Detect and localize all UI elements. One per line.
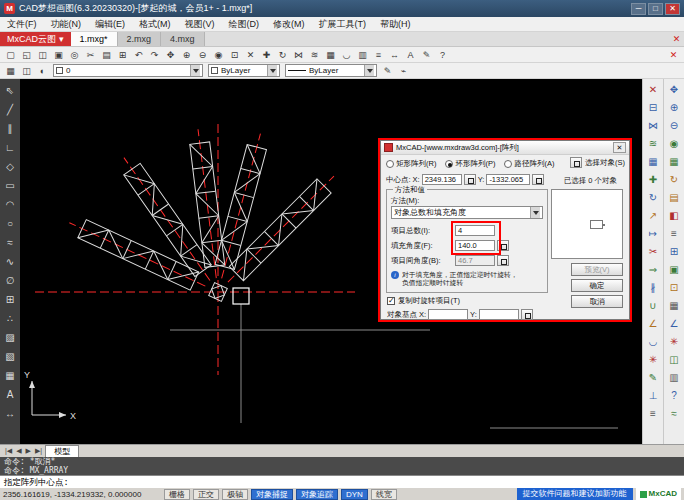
linetype-select[interactable]: ByLayer xyxy=(285,64,377,77)
angle-icon[interactable]: ∠ xyxy=(666,316,683,331)
pedit-icon[interactable]: ✎ xyxy=(645,370,662,385)
menu-modify[interactable]: 修改(M) xyxy=(266,17,312,31)
radio-path-array[interactable]: 路径阵列(A) xyxy=(504,159,554,169)
scale-icon[interactable]: ↗ xyxy=(645,208,662,223)
toggle-polar[interactable]: 极轴 xyxy=(222,489,248,500)
line-icon[interactable]: ╱ xyxy=(2,101,18,117)
prev-tab-icon[interactable]: ◀ xyxy=(14,445,23,457)
base-y-input[interactable] xyxy=(479,309,519,320)
pan-icon[interactable]: ✥ xyxy=(666,82,683,97)
select-objects-pick-icon[interactable] xyxy=(570,157,582,168)
mxcad-cloud-button[interactable]: MxCAD云图 ▾ xyxy=(0,32,71,46)
pick-center-y-icon[interactable] xyxy=(532,174,544,185)
zoom-in-icon[interactable]: ⊕ xyxy=(666,100,683,115)
xline-icon[interactable]: ∥ xyxy=(2,120,18,136)
doc-tab-2mxg[interactable]: 2.mxg xyxy=(118,32,162,46)
view-icon[interactable]: ▦ xyxy=(666,154,683,169)
help-icon[interactable]: ? xyxy=(666,388,683,403)
open-icon[interactable]: ◱ xyxy=(19,48,34,61)
block-icon[interactable]: ⊞ xyxy=(666,244,683,259)
zoom-window-icon[interactable]: ⊡ xyxy=(227,48,242,61)
print-icon[interactable]: ▣ xyxy=(51,48,66,61)
layer-select[interactable]: 0 xyxy=(53,64,203,77)
zoom-out-icon[interactable]: ⊖ xyxy=(666,118,683,133)
layer-states-icon[interactable]: ◫ xyxy=(19,64,34,77)
zoom-out-icon[interactable]: ⊖ xyxy=(195,48,210,61)
rotate-items-checkbox[interactable] xyxy=(387,297,395,305)
toggle-osnap[interactable]: 对象捕捉 xyxy=(251,489,293,500)
hatch-icon[interactable]: ▨ xyxy=(2,329,18,345)
polyline-icon[interactable]: ∟ xyxy=(2,139,18,155)
stretch-icon[interactable]: ↦ xyxy=(645,226,662,241)
field-pick-icon[interactable] xyxy=(497,240,509,251)
save-icon[interactable]: ◫ xyxy=(35,48,50,61)
menu-help[interactable]: 帮助(H) xyxy=(373,17,418,31)
close-document-icon[interactable]: ✕ xyxy=(669,32,684,46)
first-tab-icon[interactable]: |◀ xyxy=(3,445,14,457)
help-icon[interactable]: ? xyxy=(435,48,450,61)
match-properties-icon[interactable]: ✎ xyxy=(380,64,395,77)
redo-icon[interactable]: ↷ xyxy=(147,48,162,61)
menu-draw[interactable]: 绘图(D) xyxy=(222,17,267,31)
color-select[interactable]: ByLayer xyxy=(208,64,280,77)
options-icon[interactable]: ✳ xyxy=(666,334,683,349)
properties-icon[interactable]: ≡ xyxy=(371,48,386,61)
cloud-icon[interactable]: ≈ xyxy=(666,406,683,421)
array-icon[interactable]: ▦ xyxy=(323,48,338,61)
plot-preview-icon[interactable]: ◎ xyxy=(67,48,82,61)
zoom-extents-icon[interactable]: ◉ xyxy=(211,48,226,61)
regen-icon[interactable]: ↻ xyxy=(666,172,683,187)
fillet-icon[interactable]: ◡ xyxy=(645,334,662,349)
table-icon[interactable]: ▦ xyxy=(2,367,18,383)
zoom-extents-icon[interactable]: ◉ xyxy=(666,136,683,151)
menu-function[interactable]: 功能(N) xyxy=(44,17,89,31)
array-icon[interactable]: ▦ xyxy=(645,154,662,169)
layer-icon[interactable]: ▤ xyxy=(666,190,683,205)
command-input[interactable]: 指定阵列中心点: xyxy=(0,475,684,488)
copy-object-icon[interactable]: ⊟ xyxy=(645,100,662,115)
radio-rectangular-array[interactable]: 矩形阵列(R) xyxy=(386,159,436,169)
edit-icon[interactable]: ✎ xyxy=(419,48,434,61)
circle-icon[interactable]: ○ xyxy=(2,215,18,231)
zoom-in-icon[interactable]: ⊕ xyxy=(179,48,194,61)
command-history[interactable]: 命令: *取消* 命令: MX_ARRAY xyxy=(0,457,684,475)
polygon-icon[interactable]: ◇ xyxy=(2,158,18,174)
join-icon[interactable]: ∪ xyxy=(645,298,662,313)
toggle-ortho[interactable]: 正交 xyxy=(193,489,219,500)
toggle-dyn[interactable]: DYN xyxy=(341,489,368,500)
menu-view[interactable]: 视图(V) xyxy=(178,17,222,31)
center-x-input[interactable]: 2349.136 xyxy=(422,174,462,185)
point-icon[interactable]: ∴ xyxy=(2,310,18,326)
ellipse-icon[interactable]: ∅ xyxy=(2,272,18,288)
select-icon[interactable]: ⇖ xyxy=(2,82,18,98)
osnap-settings-icon[interactable]: ⊡ xyxy=(666,280,683,295)
dimension-icon[interactable]: ↔ xyxy=(2,405,18,421)
offset-icon[interactable]: ≋ xyxy=(645,136,662,151)
tab-model[interactable]: 模型 xyxy=(45,445,79,457)
dialog-titlebar[interactable]: MxCAD-[www.mxdraw3d.com]-[阵列] ✕ xyxy=(381,141,629,155)
toggle-lineweight[interactable]: 线宽 xyxy=(371,489,397,500)
layer-manager-icon[interactable]: ▦ xyxy=(3,64,18,77)
toggle-otrack[interactable]: 对象追踪 xyxy=(296,489,338,500)
next-tab-icon[interactable]: ▶ xyxy=(24,445,33,457)
menu-format[interactable]: 格式(M) xyxy=(132,17,178,31)
maximize-button[interactable]: □ xyxy=(648,3,663,15)
mtext-icon[interactable]: A xyxy=(2,386,18,402)
erase-icon[interactable]: ✕ xyxy=(645,82,662,97)
copy-icon[interactable]: ▤ xyxy=(99,48,114,61)
trim-icon[interactable]: ✂ xyxy=(645,244,662,259)
fillet-icon[interactable]: ◡ xyxy=(339,48,354,61)
explode-icon[interactable]: ✳ xyxy=(645,352,662,367)
move-icon[interactable]: ✚ xyxy=(259,48,274,61)
chamfer-icon[interactable]: ∠ xyxy=(645,316,662,331)
cancel-button[interactable]: 取消 xyxy=(571,295,623,308)
feedback-link[interactable]: 提交软件问题和建议加新功能 xyxy=(517,488,633,500)
ok-button[interactable]: 确定 xyxy=(571,279,623,292)
method-select[interactable]: 对象总数和填充角度 xyxy=(391,206,543,219)
cut-icon[interactable]: ✂ xyxy=(83,48,98,61)
distance-icon[interactable]: ≡ xyxy=(645,406,662,421)
image-icon[interactable]: ▣ xyxy=(666,262,683,277)
grid-icon[interactable]: ▦ xyxy=(666,298,683,313)
base-x-input[interactable] xyxy=(428,309,468,320)
field-input[interactable]: 46.7 xyxy=(455,255,495,266)
